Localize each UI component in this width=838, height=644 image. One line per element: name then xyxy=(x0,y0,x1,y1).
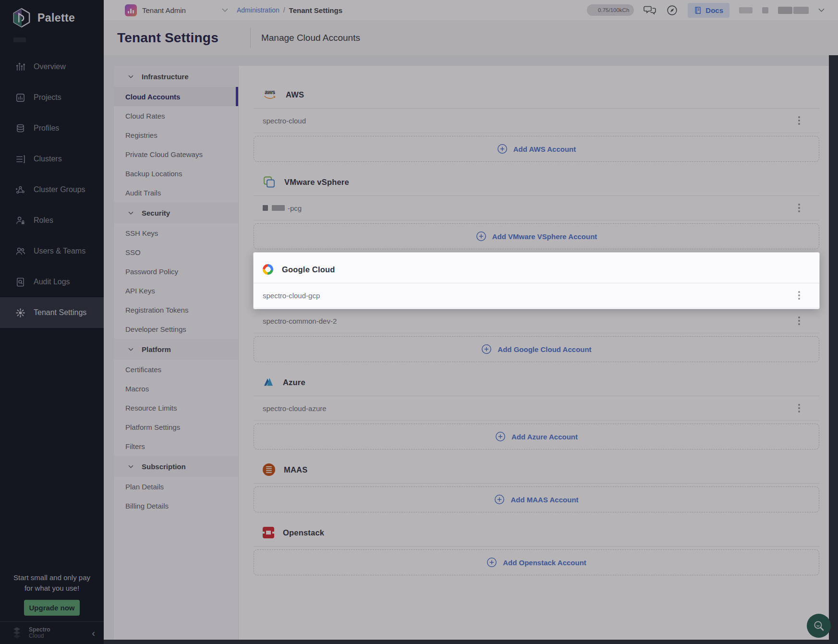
account-name: spectro-cloud-gcp xyxy=(263,292,796,300)
maas-icon xyxy=(263,463,275,476)
header-divider xyxy=(250,28,251,48)
settings-nav-item-backup-locations[interactable]: Backup Locations xyxy=(114,164,238,183)
plus-circle-icon xyxy=(476,231,486,242)
sidebar-item-label: Tenant Settings xyxy=(34,308,86,317)
redacted-block xyxy=(793,7,809,14)
settings-section-security[interactable]: Security xyxy=(114,202,238,223)
search-icon xyxy=(813,620,826,632)
compass-icon[interactable] xyxy=(666,4,678,16)
settings-section-label: Subscription xyxy=(142,462,186,471)
topbar-actions: 0.75/100kCh xyxy=(587,0,825,20)
settings-nav-item-certificates[interactable]: Certificates xyxy=(114,360,238,379)
settings-section-infrastructure[interactable]: Infrastructure xyxy=(114,66,238,87)
user-menu-chevron-icon[interactable] xyxy=(818,8,825,12)
sidebar-item-users-teams[interactable]: Users & Teams xyxy=(0,236,104,267)
settings-nav-item-api-keys[interactable]: API Keys xyxy=(114,281,238,300)
aws-icon: aws xyxy=(263,90,277,99)
settings-section-subscription[interactable]: Subscription xyxy=(114,456,238,477)
add-google-cloud-account-button[interactable]: Add Google Cloud Account xyxy=(254,336,819,362)
sidebar-item-cluster-groups[interactable]: Cluster Groups xyxy=(0,174,104,205)
network-icon xyxy=(14,184,26,195)
sidebar-item-roles[interactable]: Roles xyxy=(0,205,104,236)
audit-icon xyxy=(14,276,26,288)
vsphere-icon xyxy=(263,176,276,189)
redacted-block xyxy=(263,205,268,211)
kebab-menu-icon[interactable] xyxy=(796,114,802,127)
kebab-menu-icon[interactable] xyxy=(796,289,802,302)
palette-app: Palette OverviewProjectsProfilesClusters… xyxy=(0,0,838,644)
settings-nav-item-filters[interactable]: Filters xyxy=(114,437,238,456)
sidebar-item-audit-logs[interactable]: Audit Logs xyxy=(0,267,104,297)
page-subtitle: Manage Cloud Accounts xyxy=(261,33,360,43)
settings-nav-item-private-cloud-gateways[interactable]: Private Cloud Gateways xyxy=(114,145,238,164)
sidebar-item-tenant-settings[interactable]: Tenant Settings xyxy=(0,297,104,328)
collapse-sidebar-icon[interactable]: ‹ xyxy=(92,628,95,638)
provider-header: awsAWS xyxy=(254,81,819,109)
breadcrumb: Administration / Tenant Settings xyxy=(237,0,342,20)
add-aws-account-button[interactable]: Add AWS Account xyxy=(254,136,819,162)
upgrade-now-button[interactable]: Upgrade now xyxy=(24,600,80,616)
chat-icon[interactable] xyxy=(644,5,656,16)
settings-nav: InfrastructureCloud AccountsCloud RatesR… xyxy=(114,66,239,640)
settings-nav-item-cloud-rates[interactable]: Cloud Rates xyxy=(114,106,238,125)
spotlight-highlight: Google Cloudspectro-cloud-gcp xyxy=(254,253,819,309)
docs-button[interactable]: Docs xyxy=(688,3,729,18)
promo-line-1: Start small and only pay xyxy=(0,572,104,583)
kebab-menu-icon[interactable] xyxy=(796,315,802,327)
account-row-pcg: -pcg xyxy=(254,196,819,220)
sidebar-item-projects[interactable]: Projects xyxy=(0,82,104,113)
provider-name: Openstack xyxy=(283,528,324,537)
account-name: spectro-common-dev-2 xyxy=(263,317,796,325)
account-row-spectro-cloud: spectro-cloud xyxy=(254,109,819,133)
settings-nav-item-billing-details[interactable]: Billing Details xyxy=(114,496,238,515)
add-openstack-account-button[interactable]: Add Openstack Account xyxy=(254,549,819,575)
google-cloud-icon xyxy=(263,264,273,275)
spectro-cloud-logo-icon xyxy=(11,627,23,639)
layers-icon xyxy=(14,122,26,134)
account-name: spectro-cloud-azure xyxy=(263,404,796,413)
settings-nav-item-sso[interactable]: SSO xyxy=(114,243,238,262)
chevron-down-icon[interactable] xyxy=(222,8,228,12)
settings-nav-item-registration-tokens[interactable]: Registration Tokens xyxy=(114,300,238,319)
project-icon xyxy=(125,4,137,16)
kebab-menu-icon[interactable] xyxy=(796,202,802,214)
sidebar-item-label: Audit Logs xyxy=(34,278,70,286)
add-maas-account-button[interactable]: Add MAAS Account xyxy=(254,486,819,512)
chevron-down-icon xyxy=(128,348,134,351)
breadcrumb-administration-link[interactable]: Administration xyxy=(237,6,279,14)
azure-icon xyxy=(263,377,274,388)
sidebar-item-label: Cluster Groups xyxy=(34,185,85,194)
settings-nav-item-platform-settings[interactable]: Platform Settings xyxy=(114,417,238,437)
breadcrumb-separator: / xyxy=(283,6,285,14)
settings-nav-item-password-policy[interactable]: Password Policy xyxy=(114,262,238,281)
add-azure-account-button[interactable]: Add Azure Account xyxy=(254,424,819,450)
sidebar-item-profiles[interactable]: Profiles xyxy=(0,113,104,144)
settings-nav-item-cloud-accounts[interactable]: Cloud Accounts xyxy=(114,87,238,106)
settings-nav-item-macros[interactable]: Macros xyxy=(114,379,238,398)
settings-nav-item-registries[interactable]: Registries xyxy=(114,125,238,145)
provider-list: awsAWSspectro-cloudAdd AWS AccountVMware… xyxy=(239,66,829,640)
user-lock-icon xyxy=(14,215,26,226)
redacted-block xyxy=(739,7,753,13)
settings-section-platform[interactable]: Platform xyxy=(114,339,238,360)
settings-nav-item-plan-details[interactable]: Plan Details xyxy=(114,477,238,496)
project-selector[interactable]: Tenant Admin xyxy=(125,0,186,20)
sidebar-item-overview[interactable]: Overview xyxy=(0,51,104,82)
add-account-label: Add Google Cloud Account xyxy=(498,345,591,353)
search-fab[interactable] xyxy=(807,614,831,638)
kebab-menu-icon[interactable] xyxy=(796,402,802,414)
provider-header: Azure xyxy=(254,369,819,396)
settings-nav-item-ssh-keys[interactable]: SSH Keys xyxy=(114,223,238,243)
provider-name: AWS xyxy=(286,90,304,99)
settings-nav-item-developer-settings[interactable]: Developer Settings xyxy=(114,319,238,339)
settings-nav-item-audit-trails[interactable]: Audit Trails xyxy=(114,183,238,202)
account-row-spectro-cloud-gcp: spectro-cloud-gcp xyxy=(254,283,819,308)
add-vmware-vsphere-account-button[interactable]: Add VMware VSphere Account xyxy=(254,223,819,249)
project-selector-label: Tenant Admin xyxy=(142,6,186,14)
account-row-spectro-common-dev-2: spectro-common-dev-2 xyxy=(254,309,819,333)
sidebar-item-clusters[interactable]: Clusters xyxy=(0,144,104,174)
settings-nav-item-resource-limits[interactable]: Resource Limits xyxy=(114,398,238,417)
settings-section-label: Security xyxy=(142,209,170,217)
provider-name: Google Cloud xyxy=(282,265,335,274)
chevron-down-icon xyxy=(128,211,134,215)
